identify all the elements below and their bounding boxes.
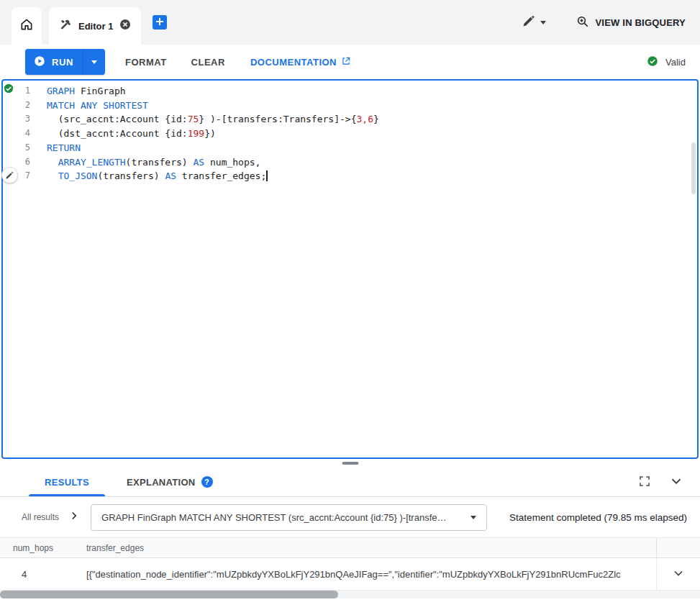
documentation-link[interactable]: DOCUMENTATION bbox=[250, 56, 351, 68]
construction-icon bbox=[59, 18, 72, 34]
code-segment: 3,6 bbox=[356, 114, 373, 124]
chevron-down-icon bbox=[668, 473, 684, 491]
text-cursor bbox=[266, 170, 268, 181]
fullscreen-icon bbox=[638, 475, 651, 490]
code-line[interactable]: TO_JSON(transfers) AS transfer_edges; bbox=[47, 169, 379, 183]
code-line[interactable]: (dst_accnt:Account {id:199}) bbox=[47, 127, 379, 141]
caret-down-icon bbox=[471, 516, 476, 519]
column-header-num_hops: num_hops bbox=[0, 543, 73, 553]
code-line[interactable]: RETURN bbox=[47, 141, 379, 155]
editor-scroll-area: 1234567 GRAPH FinGraphMATCH ANY SHORTEST… bbox=[3, 81, 697, 457]
clear-button[interactable]: CLEAR bbox=[191, 57, 225, 68]
tab-label: Editor 1 bbox=[78, 21, 113, 32]
code-segment: RETURN bbox=[47, 142, 81, 153]
results-tab-bar: RESULTS EXPLANATION ? bbox=[0, 468, 700, 497]
code-segment: GRAPH bbox=[47, 86, 75, 96]
close-tab-icon[interactable] bbox=[119, 19, 131, 33]
header-spacer bbox=[656, 538, 700, 557]
code-segment: (src_accnt:Account {id: bbox=[47, 114, 188, 124]
code-segment: 75 bbox=[188, 114, 199, 124]
plus-icon bbox=[155, 17, 165, 29]
run-split-button: RUN bbox=[25, 49, 105, 75]
results-query-row: All results GRAPH FinGraph MATCH ANY SHO… bbox=[0, 497, 700, 537]
results-horizontal-scrollbar bbox=[0, 591, 700, 598]
line-numbers: 1234567 bbox=[3, 84, 40, 457]
add-tab-button[interactable] bbox=[153, 15, 167, 29]
statement-status: Statement completed (79.85 ms elapsed) bbox=[509, 512, 687, 523]
code-segment: MATCH ANY SHORTEST bbox=[47, 100, 148, 111]
view-in-bigquery-button[interactable]: VIEW IN BIGQUERY bbox=[576, 15, 686, 30]
expand-row-button[interactable] bbox=[656, 559, 700, 590]
results-table-header-row: num_hopstransfer_edges bbox=[0, 537, 700, 558]
table-cell: 4 bbox=[0, 559, 73, 590]
results-table-body: 4[{"destination_node_identifier":"mUZpbk… bbox=[0, 559, 700, 591]
code-segment bbox=[47, 170, 58, 181]
run-options-button[interactable] bbox=[83, 49, 105, 75]
code-segment: }) bbox=[204, 128, 216, 139]
code-segment: num_hops, bbox=[204, 157, 260, 168]
tabbar-right-actions: VIEW IN BIGQUERY bbox=[522, 14, 700, 31]
view-in-bigquery-label: VIEW IN BIGQUERY bbox=[595, 17, 686, 28]
fullscreen-button[interactable] bbox=[638, 475, 651, 490]
query-valid-status: Valid bbox=[646, 55, 686, 70]
play-circle-icon bbox=[33, 55, 46, 70]
code-segment: AS bbox=[194, 157, 205, 168]
help-icon[interactable]: ? bbox=[201, 476, 213, 488]
tab-editor-1[interactable]: Editor 1 bbox=[49, 7, 141, 45]
bigquery-magnifier-icon bbox=[576, 15, 589, 30]
table-cell: [{"destination_node_identifier":"mUZpbkd… bbox=[73, 559, 656, 590]
code-segment: AS bbox=[165, 170, 176, 181]
tab-results[interactable]: RESULTS bbox=[29, 468, 105, 496]
bigquery-studio-editor: Editor 1 VIEW IN BIGQUERY bbox=[0, 0, 700, 615]
pen-spark-icon bbox=[522, 14, 536, 31]
code-line[interactable]: (src_accnt:Account {id:75} )-[transfers:… bbox=[47, 112, 379, 127]
home-tab[interactable] bbox=[12, 7, 42, 45]
horizontal-scrollbar-thumb[interactable] bbox=[0, 591, 338, 598]
code-segment: } bbox=[373, 114, 379, 124]
collapse-panel-button[interactable] bbox=[668, 473, 684, 491]
code-segment: TO_JSON bbox=[58, 170, 98, 181]
chevron-down-icon bbox=[671, 566, 686, 583]
caret-down-icon bbox=[91, 60, 97, 64]
line-number: 3 bbox=[3, 112, 30, 127]
editor-toolbar: RUN FORMAT CLEAR DOCUMENTATION Valid bbox=[0, 45, 700, 79]
tab-explanation[interactable]: EXPLANATION ? bbox=[119, 468, 220, 496]
code-segment: (dst_accnt:Account {id: bbox=[47, 128, 188, 139]
chevron-right-icon[interactable] bbox=[68, 509, 81, 525]
line-number: 2 bbox=[3, 99, 30, 113]
selected-statement-text: GRAPH FinGraph MATCH ANY SHORTEST (src_a… bbox=[101, 512, 463, 523]
documentation-label: DOCUMENTATION bbox=[250, 57, 337, 68]
sql-editor[interactable]: 1234567 GRAPH FinGraphMATCH ANY SHORTEST… bbox=[1, 79, 699, 459]
explanation-label: EXPLANATION bbox=[127, 477, 196, 488]
run-button[interactable]: RUN bbox=[25, 49, 83, 75]
code-segment: ARRAY_LENGTH bbox=[58, 157, 126, 168]
code-segment: transfer_edges; bbox=[176, 170, 266, 181]
code-segment: FinGraph bbox=[75, 86, 125, 96]
gemini-assist-menu-button[interactable] bbox=[522, 14, 546, 31]
code-line[interactable]: ARRAY_LENGTH(transfers) AS num_hops, bbox=[47, 155, 379, 170]
caret-down-icon bbox=[540, 21, 546, 24]
results-panel-actions bbox=[638, 473, 700, 491]
editor-vertical-scrollbar[interactable] bbox=[691, 142, 696, 194]
code-line[interactable]: GRAPH FinGraph bbox=[47, 84, 379, 99]
results-table-header: num_hopstransfer_edges bbox=[0, 538, 656, 557]
line-number: 4 bbox=[3, 127, 30, 141]
column-header-transfer_edges: transfer_edges bbox=[73, 543, 656, 553]
code-lines: GRAPH FinGraphMATCH ANY SHORTEST (src_ac… bbox=[40, 84, 379, 457]
all-results-label: All results bbox=[22, 512, 59, 522]
code-segment: (transfers) bbox=[97, 170, 165, 181]
line-number: 5 bbox=[3, 141, 30, 155]
code-line[interactable]: MATCH ANY SHORTEST bbox=[47, 99, 379, 113]
open-in-new-icon bbox=[341, 56, 351, 68]
run-label: RUN bbox=[52, 57, 73, 68]
statement-select-dropdown[interactable]: GRAPH FinGraph MATCH ANY SHORTEST (src_a… bbox=[91, 504, 487, 531]
valid-label: Valid bbox=[665, 57, 686, 68]
format-button[interactable]: FORMAT bbox=[125, 57, 167, 68]
inline-gemini-assist-button[interactable] bbox=[1, 167, 18, 183]
tab-bar: Editor 1 VIEW IN BIGQUERY bbox=[0, 0, 700, 45]
code-segment: (transfers) bbox=[126, 157, 194, 168]
panel-resize-handle[interactable] bbox=[342, 462, 358, 465]
code-segment: 199 bbox=[188, 128, 204, 139]
table-row: 4[{"destination_node_identifier":"mUZpbk… bbox=[0, 559, 700, 591]
gutter-valid-check-icon bbox=[2, 82, 15, 98]
